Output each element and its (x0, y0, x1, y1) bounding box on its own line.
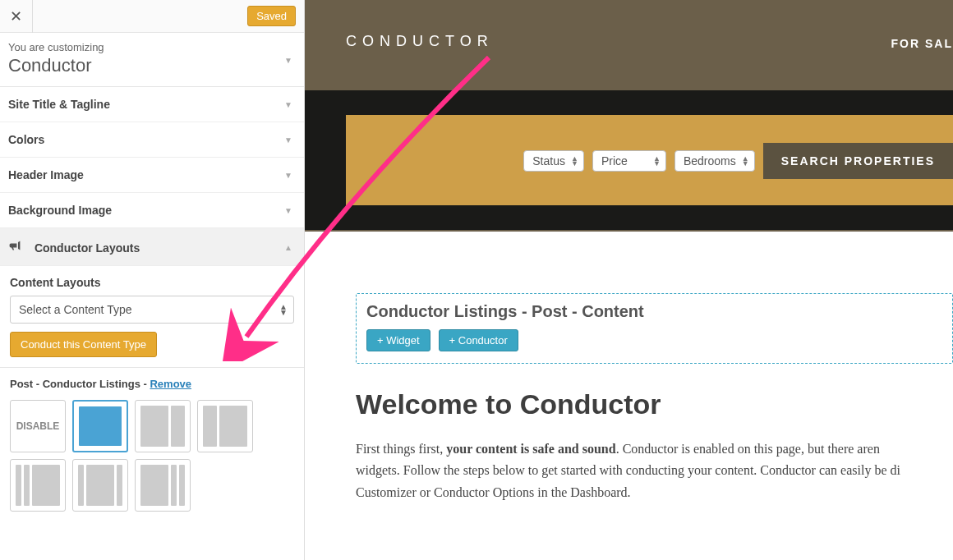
content-layouts-panel: Content Layouts Select a Content Type ▲▼… (0, 266, 304, 368)
layouts-grid: DISABLE (10, 400, 294, 512)
section-header-image[interactable]: Header Image ▼ (0, 158, 304, 193)
site-brand[interactable]: CONDUCTOR (346, 33, 494, 50)
chevron-down-icon: ▼ (284, 135, 292, 145)
layout-disable[interactable]: DISABLE (10, 400, 66, 452)
section-colors[interactable]: Colors ▼ (0, 122, 304, 158)
customizing-label: You are customizing (8, 41, 296, 53)
hero-section: CONDUCTOR FOR SAL Status▲▼ Price▲▼ Bedro… (305, 0, 953, 232)
saved-badge: Saved (247, 6, 296, 26)
welcome-heading: Welcome to Conductor (356, 388, 953, 420)
select-arrows-icon: ▲▼ (653, 156, 661, 167)
nav-for-sale[interactable]: FOR SAL (891, 37, 953, 50)
content-area: Conductor Listings - Post - Content + Wi… (305, 232, 953, 503)
chevron-down-icon: ▼ (284, 100, 292, 109)
widget-zone-title: Conductor Listings - Post - Content (366, 302, 942, 321)
layout-full[interactable] (72, 400, 128, 452)
chevron-up-icon: ▲ (284, 242, 292, 251)
filter-status[interactable]: Status▲▼ (523, 150, 584, 172)
conductor-widget-zone: Conductor Listings - Post - Content + Wi… (356, 293, 953, 364)
section-background-image[interactable]: Background Image ▼ (0, 193, 304, 228)
select-arrows-icon: ▲▼ (742, 156, 749, 167)
filter-bedrooms[interactable]: Bedrooms▲▼ (674, 150, 755, 172)
layout-sidebar-content[interactable] (197, 400, 253, 452)
content-type-select[interactable]: Select a Content Type (10, 296, 294, 324)
customizing-heading[interactable]: You are customizing Conductor ▼ (0, 33, 304, 87)
select-arrows-icon: ▲▼ (571, 156, 578, 167)
sidebar-topbar: ✕ Saved (0, 0, 304, 33)
chevron-down-icon: ▼ (284, 55, 292, 64)
content-layouts-heading: Content Layouts (10, 276, 294, 289)
site-preview: CONDUCTOR FOR SAL Status▲▼ Price▲▼ Bedro… (305, 0, 953, 560)
close-icon[interactable]: ✕ (0, 0, 33, 33)
search-properties-button[interactable]: SEARCH PROPERTIES (763, 143, 953, 179)
chevron-down-icon: ▼ (284, 171, 292, 180)
section-conductor-layouts[interactable]: Conductor Layouts ▲ (0, 228, 304, 266)
remove-link[interactable]: Remove (150, 378, 191, 390)
megaphone-icon (8, 239, 23, 255)
layout-sidebar-content-sidebar[interactable] (72, 459, 128, 512)
chevron-down-icon: ▼ (284, 206, 292, 215)
layout-content-sidebar-sidebar[interactable] (135, 459, 191, 512)
layout-content-sidebar[interactable] (135, 400, 191, 452)
listings-subpanel: Post - Conductor Listings - Remove DISAB… (0, 368, 304, 521)
customizer-sidebar: ✕ Saved You are customizing Conductor ▼ … (0, 0, 305, 560)
add-widget-button[interactable]: + Widget (366, 329, 430, 351)
intro-paragraph: First things first, your content is safe… (356, 438, 953, 503)
conduct-content-type-button[interactable]: Conduct this Content Type (10, 332, 157, 357)
section-site-title[interactable]: Site Title & Tagline ▼ (0, 87, 304, 122)
filter-price[interactable]: Price▲▼ (592, 150, 666, 172)
property-filters: Status▲▼ Price▲▼ Bedrooms▲▼ SEARCH PROPE… (523, 143, 953, 179)
customizing-title: Conductor (8, 55, 296, 76)
add-conductor-button[interactable]: + Conductor (439, 329, 518, 351)
layout-sidebar-sidebar-content[interactable] (10, 459, 66, 512)
listings-label: Post - Conductor Listings - Remove (10, 378, 294, 390)
